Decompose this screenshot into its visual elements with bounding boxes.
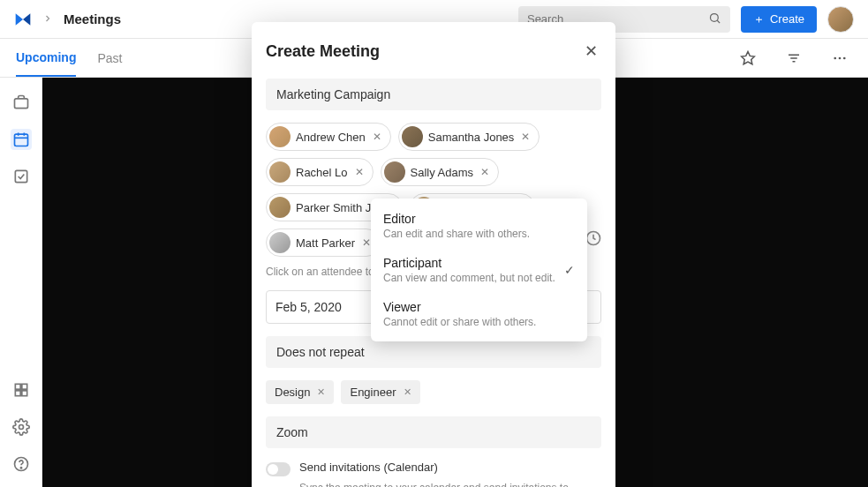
attendee-name: Parker Smith Jr. bbox=[296, 201, 377, 214]
svg-rect-16 bbox=[21, 384, 26, 389]
help-icon[interactable] bbox=[11, 453, 32, 475]
create-button[interactable]: ＋ Create bbox=[741, 6, 817, 33]
attendee-chip[interactable]: Sally Adams✕ bbox=[381, 158, 500, 186]
svg-rect-14 bbox=[15, 170, 26, 182]
grid-icon[interactable] bbox=[11, 379, 32, 401]
remove-icon[interactable]: ✕ bbox=[317, 386, 325, 398]
avatar bbox=[402, 126, 423, 147]
attendee-chip[interactable]: Samantha Jones✕ bbox=[398, 123, 540, 151]
attendee-chip[interactable]: Matt Parker✕ bbox=[266, 229, 381, 257]
remove-icon[interactable]: ✕ bbox=[479, 166, 491, 178]
more-icon[interactable] bbox=[827, 46, 852, 71]
svg-point-8 bbox=[843, 56, 846, 59]
attendee-name: Samantha Jones bbox=[428, 131, 515, 144]
role-option[interactable]: ParticipantCan view and comment, but not… bbox=[371, 248, 587, 292]
svg-rect-17 bbox=[15, 391, 20, 396]
invitations-toggle[interactable] bbox=[266, 462, 291, 476]
attendee-name: Rachel Lo bbox=[296, 166, 348, 179]
close-icon[interactable]: ✕ bbox=[581, 38, 601, 64]
role-option[interactable]: EditorCan edit and share with others. bbox=[371, 204, 587, 248]
role-title: Viewer bbox=[383, 300, 536, 314]
tab-past[interactable]: Past bbox=[97, 41, 122, 76]
avatar bbox=[269, 161, 291, 183]
role-desc: Cannot edit or share with others. bbox=[383, 316, 536, 328]
plus-icon: ＋ bbox=[753, 11, 765, 27]
calendar-icon[interactable] bbox=[11, 129, 32, 150]
svg-point-7 bbox=[839, 56, 842, 59]
avatar bbox=[384, 161, 405, 183]
tag-label: Design bbox=[275, 386, 310, 399]
role-title: Participant bbox=[383, 256, 555, 270]
tag-chip[interactable]: Design✕ bbox=[266, 380, 334, 404]
avatar bbox=[269, 232, 291, 253]
clock-icon bbox=[585, 229, 604, 249]
attendee-chip[interactable]: Rachel Lo✕ bbox=[266, 158, 374, 186]
role-option[interactable]: ViewerCannot edit or share with others. bbox=[371, 292, 587, 336]
attendee-name: Sally Adams bbox=[411, 166, 474, 179]
role-desc: Can edit and share with others. bbox=[383, 228, 530, 240]
chevron-right-icon bbox=[42, 11, 53, 27]
attendee-name: Matt Parker bbox=[296, 236, 355, 250]
user-avatar[interactable] bbox=[827, 6, 854, 33]
tags-row: Design✕Engineer✕ bbox=[266, 380, 601, 404]
modal-title: Create Meeting bbox=[266, 42, 380, 61]
check-icon: ✓ bbox=[564, 263, 575, 277]
attendee-chip[interactable]: Andrew Chen✕ bbox=[266, 123, 391, 151]
meeting-name-input[interactable]: Marketing Campaign bbox=[266, 79, 601, 110]
tag-chip[interactable]: Engineer✕ bbox=[341, 380, 419, 404]
app-logo[interactable] bbox=[14, 11, 32, 28]
svg-rect-9 bbox=[14, 99, 27, 109]
remove-icon[interactable]: ✕ bbox=[404, 386, 411, 398]
date-value: Feb 5, 2020 bbox=[275, 300, 342, 314]
search-icon bbox=[708, 11, 721, 27]
svg-point-0 bbox=[710, 13, 718, 21]
sidebar bbox=[0, 78, 42, 487]
avatar bbox=[269, 126, 291, 147]
briefcase-icon[interactable] bbox=[11, 92, 32, 113]
svg-point-19 bbox=[19, 425, 23, 430]
role-title: Editor bbox=[383, 212, 530, 226]
svg-point-6 bbox=[834, 56, 836, 59]
svg-rect-18 bbox=[21, 391, 26, 396]
remove-icon[interactable]: ✕ bbox=[353, 166, 366, 178]
svg-rect-10 bbox=[14, 134, 27, 146]
svg-point-21 bbox=[20, 468, 21, 468]
tab-upcoming[interactable]: Upcoming bbox=[16, 40, 76, 77]
remove-icon[interactable]: ✕ bbox=[371, 131, 383, 143]
toggle-label: Send invitations (Calendar) bbox=[299, 461, 438, 474]
toggle-help: Sync the meeting to your calendar and se… bbox=[299, 482, 601, 487]
svg-marker-2 bbox=[742, 51, 755, 64]
tag-label: Engineer bbox=[350, 386, 396, 399]
attendee-name: Andrew Chen bbox=[296, 131, 366, 144]
svg-line-1 bbox=[717, 20, 720, 23]
page-title: Meetings bbox=[64, 11, 121, 26]
filter-icon[interactable] bbox=[781, 46, 806, 71]
remove-icon[interactable]: ✕ bbox=[519, 131, 532, 143]
gear-icon[interactable] bbox=[11, 416, 32, 438]
role-dropdown: EditorCan edit and share with others.Par… bbox=[371, 199, 587, 341]
star-icon[interactable] bbox=[736, 46, 760, 71]
svg-rect-15 bbox=[15, 384, 20, 389]
avatar bbox=[269, 197, 291, 218]
location-input[interactable]: Zoom bbox=[266, 416, 601, 448]
create-label: Create bbox=[770, 12, 804, 26]
role-desc: Can view and comment, but not edit. bbox=[383, 272, 555, 284]
checklist-icon[interactable] bbox=[11, 166, 32, 187]
